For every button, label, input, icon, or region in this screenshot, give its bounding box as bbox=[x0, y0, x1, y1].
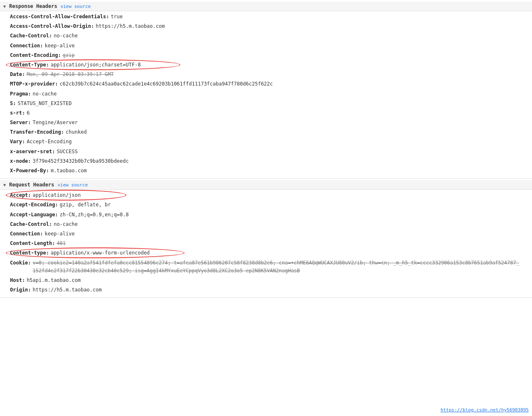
header-name: Cookie: bbox=[10, 259, 31, 275]
request-header-row: Accept-Language: zh-CN,zh;q=0.9,en;q=0.8 bbox=[0, 210, 532, 220]
request-header-row: Connection: keep-alive bbox=[0, 229, 532, 239]
header-name: Content-type: bbox=[10, 249, 49, 257]
response-headers-toggle[interactable]: ▼ bbox=[3, 4, 6, 9]
header-name: Cache-Control: bbox=[10, 220, 52, 228]
request-header-row: Accept: application/json bbox=[0, 191, 532, 200]
response-header-row: X-Powered-By: m.taobao.com bbox=[0, 166, 532, 176]
header-name: Content-Length: bbox=[10, 240, 55, 247]
response-header-row: Pragma: no-cache bbox=[0, 89, 532, 99]
header-value: STATUS_NOT_EXISTED bbox=[17, 100, 71, 108]
header-value: 3f79e452f33432b0b7c9ba9530bdeedc bbox=[33, 157, 129, 165]
response-header-row: Access-Control-Allow-Credentials: true bbox=[0, 12, 532, 22]
request-header-row: Content-Length: 401 bbox=[0, 239, 532, 248]
request-headers-list: Accept: application/jsonAccept-Encoding:… bbox=[0, 190, 532, 296]
header-name: s-rt: bbox=[10, 109, 25, 117]
response-headers-view-source[interactable]: view source bbox=[61, 4, 91, 9]
header-value: chunked bbox=[66, 128, 87, 136]
response-headers-list: Access-Control-Allow-Credentials: trueAc… bbox=[0, 11, 532, 176]
response-header-row: S: STATUS_NOT_EXISTED bbox=[0, 99, 532, 108]
header-value: no-cache bbox=[54, 220, 78, 228]
request-header-row: Cookie: v=0; cookie2=140a2af541fdfefa0cc… bbox=[0, 258, 532, 276]
header-name: Origin: bbox=[10, 286, 31, 294]
header-value: keep-alive bbox=[44, 230, 74, 238]
header-value: https://h5.m.taobao.com bbox=[33, 286, 102, 294]
header-name: Access-Control-Allow-Credentials: bbox=[10, 13, 109, 21]
request-header-row: Host: h5api.m.taobao.com bbox=[0, 276, 532, 285]
header-name: S: bbox=[10, 100, 16, 108]
response-header-row: Date: Mon, 09 Apr 2018 03:39:17 GMT bbox=[0, 70, 532, 79]
response-header-row: Access-Control-Allow-Origin: https://h5.… bbox=[0, 22, 532, 31]
response-header-row: x-aserver-sret: SUCCESS bbox=[0, 147, 532, 157]
header-name: Accept: bbox=[10, 191, 31, 199]
response-header-row: Transfer-Encoding: chunked bbox=[0, 127, 532, 137]
request-headers-title: Request Headers bbox=[9, 182, 54, 188]
header-name: Access-Control-Allow-Origin: bbox=[10, 22, 94, 30]
response-header-row: Server: Tengine/Aserver bbox=[0, 118, 532, 127]
header-value: 6 bbox=[27, 109, 30, 117]
response-headers-title: Response Headers bbox=[9, 3, 57, 9]
header-value: gzip, deflate, br bbox=[60, 201, 111, 209]
header-value: application/x-www-form-urlencoded bbox=[51, 249, 150, 257]
header-value: Mon, 09 Apr 2018 03:39:17 GMT bbox=[27, 71, 114, 78]
header-value: application/json;charset=UTF-8 bbox=[51, 61, 141, 69]
header-name: Content-Type: bbox=[10, 61, 49, 69]
header-name: MTOP-x-provider: bbox=[10, 80, 58, 88]
header-value: Accept-Encoding bbox=[27, 138, 71, 146]
header-value: zh-CN,zh;q=0.9,en;q=0.8 bbox=[60, 211, 129, 219]
header-name: x-node: bbox=[10, 157, 31, 165]
header-value: no-cache bbox=[33, 90, 57, 98]
header-value: h5api.m.taobao.com bbox=[27, 277, 81, 284]
request-header-row: Accept-Encoding: gzip, deflate, br bbox=[0, 200, 532, 210]
response-header-row: Content-Type: application/json;charset=U… bbox=[0, 60, 532, 70]
header-name: Date: bbox=[10, 71, 25, 78]
response-headers-header: ▼ Response Headers view source bbox=[0, 2, 532, 11]
header-name: Accept-Language: bbox=[10, 211, 58, 219]
header-value: true bbox=[111, 13, 123, 21]
response-headers-section: ▼ Response Headers view source Access-Co… bbox=[0, 0, 532, 179]
header-name: X-Powered-By: bbox=[10, 167, 49, 175]
response-header-row: MTOP-x-provider: c62cb39b7c624c45aa0ac62… bbox=[0, 79, 532, 89]
request-headers-view-source[interactable]: view source bbox=[57, 182, 88, 188]
response-header-row: Cache-Control: no-cache bbox=[0, 31, 532, 41]
header-name: x-aserver-sret: bbox=[10, 148, 55, 156]
header-name: Server: bbox=[10, 119, 31, 127]
response-header-row: Content-Encoding: gzip bbox=[0, 51, 532, 60]
header-value: 401 bbox=[57, 240, 66, 247]
header-name: Accept-Encoding: bbox=[10, 201, 58, 209]
header-value: v=0; cookie2=140a2af541fdfefa0ccc8155489… bbox=[33, 259, 522, 275]
request-headers-section: ▼ Request Headers view source Accept: ap… bbox=[0, 179, 532, 298]
header-name: Connection: bbox=[10, 230, 43, 238]
header-value: application/json bbox=[33, 191, 81, 199]
header-name: Connection: bbox=[10, 42, 43, 50]
header-value: m.taobao.com bbox=[51, 167, 87, 175]
request-headers-header: ▼ Request Headers view source bbox=[0, 180, 532, 190]
header-name: Pragma: bbox=[10, 90, 31, 98]
header-value: keep-alive bbox=[44, 42, 74, 50]
response-header-row: x-node: 3f79e452f33432b0b7c9ba9530bdeedc bbox=[0, 157, 532, 166]
request-header-row: Content-type: application/x-www-form-url… bbox=[0, 248, 532, 258]
header-name: Host: bbox=[10, 277, 25, 284]
header-value: https://h5.m.taobao.com bbox=[96, 22, 165, 30]
header-name: Content-Encoding: bbox=[10, 51, 61, 59]
request-headers-toggle[interactable]: ▼ bbox=[3, 183, 6, 187]
response-header-row: Vary: Accept-Encoding bbox=[0, 137, 532, 147]
request-header-row: Cache-Control: no-cache bbox=[0, 220, 532, 229]
header-value: c62cb39b7c624c45aa0ac62cade1e4c69203b106… bbox=[60, 80, 273, 88]
request-header-row: Origin: https://h5.m.taobao.com bbox=[0, 285, 532, 295]
header-name: Transfer-Encoding: bbox=[10, 128, 64, 136]
header-value: no-cache bbox=[54, 32, 78, 40]
response-header-row: Connection: keep-alive bbox=[0, 41, 532, 51]
response-header-row: s-rt: 6 bbox=[0, 108, 532, 118]
header-name: Vary: bbox=[10, 138, 25, 146]
header-name: Cache-Control: bbox=[10, 32, 52, 40]
header-value: SUCCESS bbox=[57, 148, 78, 156]
header-value: gzip bbox=[63, 51, 75, 59]
header-value: Tengine/Aserver bbox=[33, 119, 78, 127]
